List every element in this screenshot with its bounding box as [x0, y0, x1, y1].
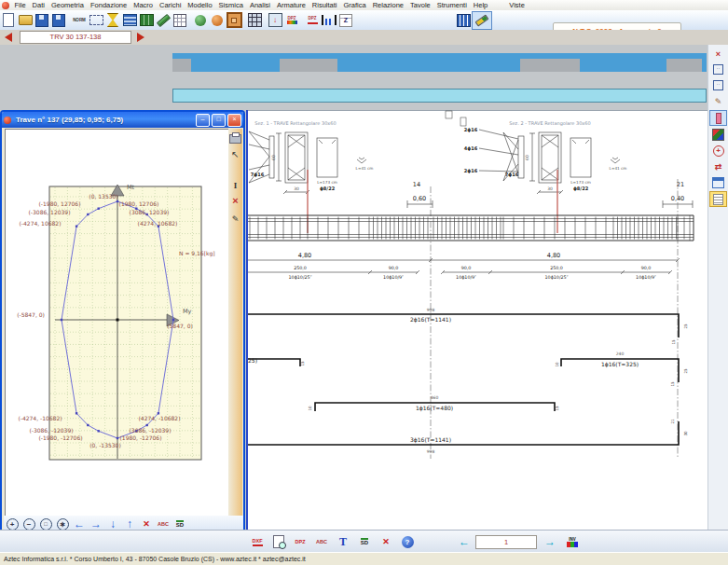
- save-icon[interactable]: [34, 12, 50, 29]
- menu-sismica[interactable]: Sismica: [215, 1, 246, 9]
- stirrup-zone-dims: [248, 270, 672, 274]
- print-icon[interactable]: [229, 132, 241, 145]
- copy-section-icon[interactable]: ··: [710, 62, 726, 76]
- erase-tool-icon[interactable]: ✕: [377, 533, 395, 550]
- menu-relazione[interactable]: Relazione: [369, 1, 406, 9]
- zone1-spec: 10ϕ10/25″: [289, 275, 312, 280]
- edit-pen-icon[interactable]: ✎: [710, 94, 726, 108]
- zone3-len: 90,0: [461, 266, 472, 270]
- delete-element-icon[interactable]: ×: [710, 47, 726, 61]
- domain-plot-area[interactable]: (0, 13530)(1980, 12706)(3086, 12039)(427…: [5, 129, 233, 517]
- font-color-icon[interactable]: ABC: [312, 533, 331, 550]
- help-icon[interactable]: ?: [398, 533, 417, 550]
- histogram-icon[interactable]: [321, 12, 337, 29]
- inv-chart-icon[interactable]: INV: [563, 533, 582, 550]
- print-preview-icon[interactable]: [269, 533, 288, 550]
- my-axis-label: My: [183, 308, 192, 315]
- section2-depth-label: 60: [525, 155, 529, 160]
- rebar-table-icon[interactable]: Z: [337, 12, 354, 29]
- trave-domain-window: Trave n° 137 (29,85; 0,95; 6,75) – □ × (…: [0, 110, 245, 550]
- minimize-button[interactable]: –: [196, 114, 210, 127]
- pointer-icon[interactable]: ↖: [229, 147, 241, 160]
- menu-risultati[interactable]: Risultati: [309, 1, 340, 9]
- current-element-field[interactable]: TRV 30 137-138: [20, 31, 131, 44]
- open-file-icon[interactable]: [17, 12, 34, 29]
- prev-page-icon[interactable]: ←: [455, 533, 474, 550]
- menu-analisi[interactable]: Analisi: [246, 1, 273, 9]
- rebar-list-icon[interactable]: [709, 191, 727, 207]
- target-snap-icon[interactable]: +: [710, 144, 726, 158]
- results-window-icon[interactable]: ↓: [267, 12, 283, 29]
- page-number-field[interactable]: 1: [475, 535, 537, 549]
- menu-viste[interactable]: Viste: [506, 1, 529, 9]
- menu-modello[interactable]: Modello: [185, 1, 215, 9]
- mesh-icon[interactable]: [138, 12, 155, 29]
- menu-macro[interactable]: Macro: [130, 1, 157, 9]
- sphere-orange-icon[interactable]: [209, 12, 226, 29]
- next-page-icon[interactable]: →: [541, 533, 559, 550]
- window-titlebar[interactable]: Trave n° 137 (29,85; 0,95; 6,75) – □ ×: [2, 112, 243, 128]
- text-tool-icon[interactable]: I: [229, 179, 241, 192]
- section2-callout-mid: 4ϕ16: [464, 145, 478, 152]
- zone1-len: 250,0: [294, 266, 307, 270]
- section1-title: Sez. 1 - TRAVE Rettangolare 30x60: [254, 120, 336, 127]
- section2-width-label: 30: [547, 186, 553, 191]
- selection-icon[interactable]: [88, 12, 104, 29]
- render-armature-icon[interactable]: [472, 11, 492, 30]
- menu-grafica[interactable]: Grafica: [340, 1, 369, 9]
- plan-beam-2: [337, 59, 520, 72]
- section-icon[interactable]: [121, 12, 138, 29]
- menu-fondazione[interactable]: Fondazione: [87, 1, 130, 9]
- sphere-green-icon[interactable]: [192, 12, 209, 29]
- maximize-button[interactable]: □: [212, 114, 226, 127]
- section2-callout-top: 2ϕ16: [464, 127, 478, 133]
- svg-text:(4274, -10682): (4274, -10682): [138, 415, 180, 421]
- solid-box-icon[interactable]: [226, 12, 242, 29]
- pen-tool-icon[interactable]: ✎: [229, 213, 241, 226]
- text-icon[interactable]: T: [334, 533, 352, 550]
- new-file-icon[interactable]: [0, 12, 17, 29]
- swap-direction-icon[interactable]: ⇄: [710, 159, 726, 173]
- application-window: File Dati Geometria Fondazione Macro Car…: [0, 0, 728, 565]
- sd-scale-icon[interactable]: SD: [355, 533, 374, 550]
- prev-element-icon[interactable]: [5, 33, 12, 42]
- column-tool-icon[interactable]: [709, 110, 727, 126]
- delete-tool-icon[interactable]: ×: [229, 194, 241, 207]
- section2-stirrup-spec: ϕ8/22: [573, 186, 589, 192]
- dxf-export-icon[interactable]: DXF: [248, 533, 267, 550]
- window-view-icon[interactable]: [710, 175, 726, 189]
- bar1-label: 2ϕ16(T=1141): [410, 316, 451, 324]
- zone3-spec: 10ϕ10/9″: [456, 275, 476, 280]
- grid-icon[interactable]: [172, 12, 188, 29]
- bar4-length: 460: [431, 395, 439, 400]
- next-element-icon[interactable]: [137, 33, 144, 42]
- dpz-spectrum-icon[interactable]: DPZ: [283, 12, 300, 29]
- menu-geometria[interactable]: Geometria: [48, 1, 87, 9]
- menu-strumenti[interactable]: Strumenti: [433, 1, 470, 9]
- menu-help[interactable]: Help: [470, 1, 490, 9]
- norm-icon[interactable]: NORM: [71, 12, 88, 29]
- save-all-icon[interactable]: [50, 12, 67, 29]
- support1-width: 0,60: [413, 195, 426, 202]
- matrix-icon[interactable]: [246, 12, 263, 29]
- dpz-print-icon[interactable]: DPZ: [291, 533, 309, 550]
- section2-stirrup-len: L=173 cm: [570, 180, 591, 185]
- svg-text:(5847, 0): (5847, 0): [167, 323, 193, 329]
- menu-tavole[interactable]: Tavole: [407, 1, 434, 9]
- plan-beam-1: [191, 59, 280, 72]
- menu-file[interactable]: File: [11, 1, 29, 9]
- main-toolbar: NORM ↓ DPZ DPZ Z N.T.C. 2008 - Approccio…: [0, 10, 728, 31]
- menu-carichi[interactable]: Carichi: [157, 1, 185, 9]
- menu-dati[interactable]: Dati: [29, 1, 48, 9]
- dpz-diagram-icon[interactable]: DPZ: [304, 12, 321, 29]
- paste-section-icon[interactable]: ··: [710, 78, 726, 92]
- hourglass-icon[interactable]: [104, 12, 121, 29]
- building-icon[interactable]: [455, 12, 472, 29]
- bottom-toolbar: DXF DPZ ABC T SD ✕ ? ← 1 → INV: [0, 530, 728, 552]
- section1-tie-len: L=41 cm: [356, 166, 374, 171]
- menu-armature[interactable]: Armature: [273, 1, 309, 9]
- close-button[interactable]: ×: [227, 114, 241, 127]
- support1-number: 14: [413, 181, 420, 188]
- draw-pen-icon[interactable]: [155, 12, 172, 29]
- materials-icon[interactable]: [710, 128, 726, 142]
